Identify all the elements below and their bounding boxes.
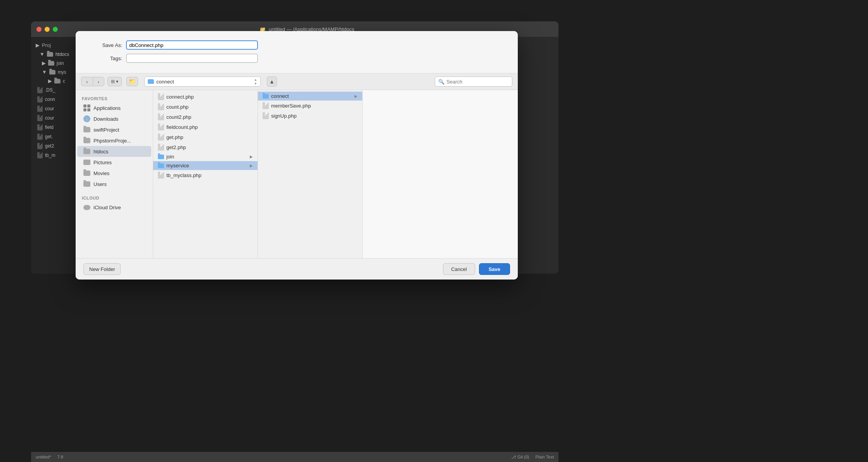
item-name: count.php xyxy=(166,104,253,110)
sidebar-item-phpstorm[interactable]: PhpstormProje... xyxy=(77,135,151,146)
status-position: 7:8 xyxy=(57,455,63,459)
forward-button[interactable]: › xyxy=(93,77,104,86)
dialog-form-area: Save As: Tags: xyxy=(76,31,518,73)
column-view-button[interactable]: ⊞ ▾ xyxy=(108,77,121,86)
dialog-browser: Favorites Applications ↓ Downloads xyxy=(76,90,518,258)
list-item[interactable]: tb_myclass.php xyxy=(153,170,258,180)
back-button[interactable]: ‹ xyxy=(81,77,93,86)
dialog-toolbar: ‹ › ⊞ ▾ 📁 connect ▲ ▼ xyxy=(76,73,518,90)
htdocs-icon xyxy=(83,148,90,155)
expand-button[interactable]: ▲ xyxy=(267,76,277,87)
sidebar-item-downloads[interactable]: ↓ Downloads xyxy=(77,113,151,124)
file-icon xyxy=(158,103,164,110)
item-name: connect.php xyxy=(166,94,253,100)
folder-icon xyxy=(158,155,164,159)
browser-column-1: connect.php count.php count2.php fieldco… xyxy=(153,90,258,258)
status-file: untitled* xyxy=(36,455,51,459)
cancel-button[interactable]: Cancel xyxy=(443,263,475,275)
dialog-bottom-bar: New Folder Cancel Save xyxy=(76,258,518,280)
save-as-input[interactable] xyxy=(126,40,258,50)
applications-label: Applications xyxy=(93,105,121,111)
status-encoding: Plain Text xyxy=(536,455,554,459)
browser-column-3 xyxy=(363,90,518,258)
chevron-right-icon: ▶ xyxy=(250,163,253,168)
file-icon xyxy=(158,113,164,120)
save-dialog: Save As: Tags: ‹ › ⊞ ▾ 📁 xyxy=(76,31,518,280)
maximize-button[interactable] xyxy=(53,27,58,32)
file-icon xyxy=(158,172,164,179)
sidebar-item-users[interactable]: Users xyxy=(77,179,151,189)
chevron-right-icon: ▶ xyxy=(354,94,358,98)
movies-icon xyxy=(83,170,90,177)
pictures-icon xyxy=(83,159,90,166)
downloads-icon: ↓ xyxy=(83,115,90,122)
users-label: Users xyxy=(93,181,107,187)
sidebar-item-pictures[interactable]: Pictures xyxy=(77,157,151,168)
sidebar-item-icloud-drive[interactable]: iCloud Drive xyxy=(77,202,151,213)
new-folder-button[interactable]: New Folder xyxy=(83,263,121,275)
item-name: signUp.php xyxy=(271,113,358,119)
save-button[interactable]: Save xyxy=(479,263,510,275)
list-item[interactable]: signUp.php xyxy=(258,111,362,121)
close-button[interactable] xyxy=(36,27,41,32)
list-item[interactable]: fieldcount.php xyxy=(153,122,258,132)
item-name: tb_myclass.php xyxy=(166,172,253,178)
browser-column-2: connect ▶ memberSave.php signUp.php xyxy=(258,90,363,258)
location-name: connect xyxy=(156,79,252,85)
list-item[interactable]: join ▶ xyxy=(153,152,258,161)
applications-icon xyxy=(83,104,90,111)
save-as-label: Save As: xyxy=(91,42,122,48)
tags-row: Tags: xyxy=(91,54,502,63)
list-item[interactable]: connect.php xyxy=(153,92,258,102)
pictures-label: Pictures xyxy=(93,160,112,165)
dialog-action-buttons: Cancel Save xyxy=(443,263,510,275)
file-icon xyxy=(263,112,269,119)
icloud-drive-label: iCloud Drive xyxy=(93,205,121,210)
save-as-row: Save As: xyxy=(91,40,502,50)
list-item[interactable]: count.php xyxy=(153,102,258,112)
search-icon: 🔍 xyxy=(438,79,444,85)
sidebar-item-movies[interactable]: Movies xyxy=(77,168,151,179)
minimize-button[interactable] xyxy=(45,27,50,32)
item-name: join xyxy=(166,154,247,160)
htdocs-label: htdocs xyxy=(93,149,108,155)
item-name: get2.php xyxy=(166,144,253,150)
list-item[interactable]: memberSave.php xyxy=(258,101,362,111)
file-icon xyxy=(158,144,164,151)
sidebar-item-applications[interactable]: Applications xyxy=(77,102,151,113)
downloads-label: Downloads xyxy=(93,116,118,122)
nav-buttons: ‹ › xyxy=(81,77,104,86)
file-icon xyxy=(263,102,269,109)
chevron-right-icon: ▶ xyxy=(250,155,253,159)
swiftproject-icon xyxy=(83,126,90,133)
phpstorm-label: PhpstormProje... xyxy=(93,138,131,144)
swiftproject-label: swiftProject xyxy=(93,127,119,133)
sidebar-item-htdocs[interactable]: htdocs xyxy=(77,146,151,157)
view-toggle: ⊞ ▾ xyxy=(107,77,122,86)
list-item[interactable]: connect ▶ xyxy=(258,92,362,101)
tags-input[interactable] xyxy=(126,54,258,63)
location-folder-icon xyxy=(148,79,154,84)
location-selector[interactable]: connect ▲ ▼ xyxy=(144,76,261,87)
item-name: memberSave.php xyxy=(271,103,358,109)
sidebar-item-swiftproject[interactable]: swiftProject xyxy=(77,124,151,135)
location-arrows-icon: ▲ ▼ xyxy=(254,78,257,85)
movies-label: Movies xyxy=(93,170,109,176)
favorites-label: Favorites xyxy=(76,94,153,102)
status-bar: untitled* 7:8 ⎇ Git (0) Plain Text xyxy=(31,452,558,462)
users-icon xyxy=(83,181,90,188)
browser-sidebar: Favorites Applications ↓ Downloads xyxy=(76,90,153,258)
list-item[interactable]: myservice ▶ xyxy=(153,161,258,170)
list-item[interactable]: count2.php xyxy=(153,112,258,122)
item-name: fieldcount.php xyxy=(166,124,253,130)
new-folder-icon-button[interactable]: 📁 xyxy=(126,77,138,86)
item-name: count2.php xyxy=(166,114,253,120)
list-item[interactable]: get2.php xyxy=(153,142,258,152)
search-bar: 🔍 xyxy=(435,76,512,87)
list-item[interactable]: get.php xyxy=(153,132,258,142)
file-icon xyxy=(158,123,164,130)
search-input[interactable] xyxy=(446,79,505,85)
item-name: get.php xyxy=(166,134,253,140)
icloud-drive-icon xyxy=(83,204,90,211)
folder-icon xyxy=(263,94,269,99)
